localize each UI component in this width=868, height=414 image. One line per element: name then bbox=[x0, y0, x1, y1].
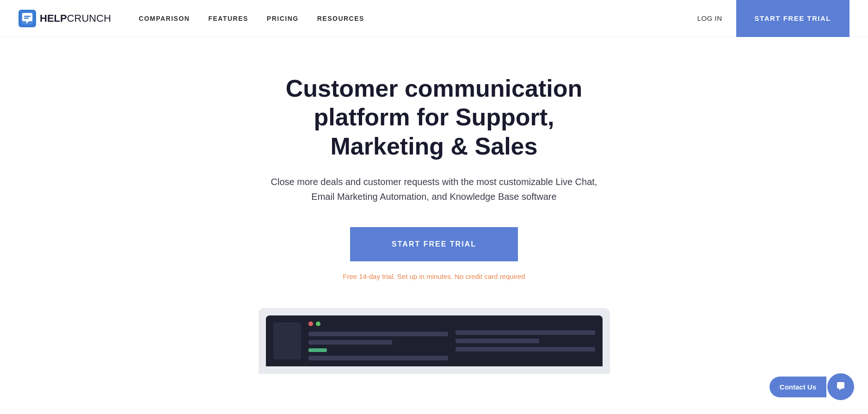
preview-content bbox=[308, 321, 448, 360]
contact-widget: Contact Us bbox=[770, 373, 854, 392]
preview-sidebar bbox=[273, 322, 301, 359]
preview-bar-6 bbox=[456, 339, 539, 343]
dot-red bbox=[308, 321, 313, 326]
preview-bar-4 bbox=[308, 356, 448, 360]
nav-resources[interactable]: RESOURCES bbox=[317, 15, 364, 22]
svg-rect-2 bbox=[24, 16, 31, 17]
dot-green bbox=[316, 321, 320, 326]
preview-bar-2 bbox=[308, 340, 392, 345]
contact-label[interactable]: Contact Us bbox=[770, 377, 826, 393]
preview-bar-5 bbox=[456, 330, 595, 335]
hero-subtitle: Close more deals and customer requests w… bbox=[268, 174, 601, 204]
trial-note: Free 14-day trial. Set up in minutes. No… bbox=[343, 272, 525, 280]
hero-cta-button[interactable]: START FREE TRIAL bbox=[350, 227, 518, 261]
preview-bar-3 bbox=[308, 348, 327, 352]
chat-icon bbox=[835, 381, 846, 392]
preview-bar-1 bbox=[308, 332, 448, 336]
nav-comparison[interactable]: COMPARISON bbox=[139, 15, 190, 22]
hero-section: Customer communication platform for Supp… bbox=[0, 37, 868, 392]
contact-icon-button[interactable] bbox=[827, 373, 854, 392]
login-link[interactable]: LOG IN bbox=[697, 14, 722, 22]
nav-right: LOG IN START FREE TRIAL bbox=[697, 0, 850, 37]
hero-title: Customer communication platform for Supp… bbox=[259, 74, 610, 161]
preview-content-2 bbox=[456, 330, 595, 352]
preview-bar-7 bbox=[456, 347, 595, 352]
nav-cta-button[interactable]: START FREE TRIAL bbox=[736, 0, 850, 37]
helpcrunch-logo-icon bbox=[18, 10, 36, 27]
navbar: HELPCRUNCH COMPARISON FEATURES PRICING R… bbox=[0, 0, 868, 37]
nav-pricing[interactable]: PRICING bbox=[267, 15, 299, 22]
svg-rect-3 bbox=[24, 18, 29, 19]
preview-dots bbox=[308, 321, 448, 326]
nav-features[interactable]: FEATURES bbox=[208, 15, 248, 22]
nav-links: COMPARISON FEATURES PRICING RESOURCES bbox=[139, 15, 697, 22]
app-preview bbox=[259, 308, 610, 374]
logo-text: HELPCRUNCH bbox=[40, 12, 111, 25]
logo[interactable]: HELPCRUNCH bbox=[18, 10, 111, 27]
preview-inner bbox=[266, 315, 603, 366]
